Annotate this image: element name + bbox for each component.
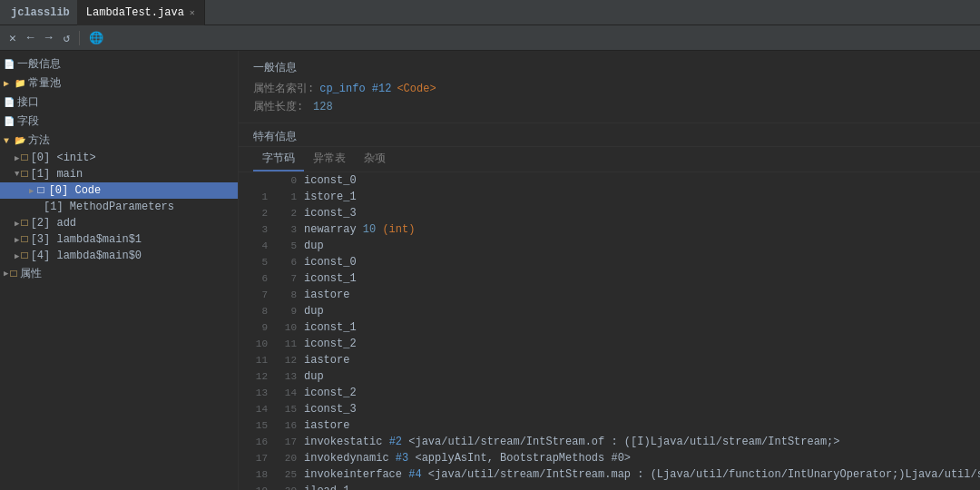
info-row-length: 属性长度: 128 (253, 99, 965, 114)
info-label-name: 属性名索引: (253, 81, 314, 96)
sidebar-item-code[interactable]: ▶ □ [0] Code (0, 182, 238, 199)
arrow-icon: ▼ (15, 170, 19, 179)
app-title: jclasslib (4, 6, 77, 19)
info-panel: 一般信息 属性名索引: cp_info #12 <Code> 属性长度: 128 (239, 51, 980, 123)
sidebar-label: [1] main (31, 168, 83, 181)
web-button[interactable]: 🌐 (85, 29, 107, 47)
code-line-7: 7 8 iastore (239, 287, 980, 303)
info-code-val: <Code> (397, 83, 436, 95)
sidebar-label: [0] Code (49, 184, 102, 197)
arrow-icon: ▶ (15, 153, 19, 163)
info-cplink[interactable]: cp_info #12 (319, 83, 391, 95)
tab-bytecode[interactable]: 字节码 (253, 147, 304, 172)
main-area: 📄 一般信息 ▶ 📁 常量池 📄 接口 📄 字段 ▼ 📂 方法 ▶ □ [0] … (0, 51, 980, 490)
arrow-icon: ▶ (4, 269, 8, 279)
sidebar-label: 属性 (20, 266, 42, 281)
info-label-length: 属性长度: (253, 99, 308, 114)
sidebar-label: [3] lambda$main$1 (31, 233, 142, 246)
leaf-icon: 📄 (4, 116, 15, 127)
sidebar-item-add[interactable]: ▶ □ [2] add (0, 215, 238, 231)
sidebar-label: [1] MethodParameters (44, 201, 174, 213)
folder-icon: □ (21, 250, 27, 262)
sidebar-item-general-info[interactable]: 📄 一般信息 (0, 54, 238, 74)
back-button[interactable]: ← (24, 29, 38, 46)
code-line-17: 17 20 invokedynamic #3 <applyAsInt, Boot… (239, 450, 980, 466)
info-length-val: 128 (313, 101, 333, 113)
arrow-icon: ▶ (29, 186, 34, 196)
code-line-5: 5 6 iconst_0 (239, 254, 980, 270)
code-line-13: 13 14 iconst_2 (239, 385, 980, 401)
sidebar-item-interface[interactable]: 📄 接口 (0, 93, 238, 112)
code-line-6: 6 7 iconst_1 (239, 270, 980, 287)
tab-label: LambdaTest.java (86, 6, 184, 19)
code-line-16: 16 17 invokestatic #2 <java/util/stream/… (239, 434, 980, 450)
sidebar-item-lambda1[interactable]: ▶ □ [3] lambda$main$1 (0, 231, 238, 248)
open-folder-icon: ▼ 📂 (4, 135, 25, 146)
code-line-0: 0 iconst_0 (239, 172, 980, 189)
code-line-3: 3 3 newarray 10 (int) (239, 221, 980, 238)
sidebar-item-lambda0[interactable]: ▶ □ [4] lambda$main$0 (0, 248, 238, 264)
folder-icon: □ (21, 152, 27, 164)
info-title: 一般信息 (253, 60, 965, 75)
sidebar-label: 方法 (28, 132, 50, 148)
sidebar-label: [4] lambda$main$0 (31, 250, 142, 262)
code-line-15: 15 16 iastore (239, 417, 980, 434)
folder-icon: □ (10, 268, 16, 280)
code-line-2: 2 2 iconst_3 (239, 205, 980, 221)
leaf-icon: 📄 (4, 59, 15, 70)
code-line-1: 1 1 istore_1 (239, 189, 980, 205)
sidebar-item-init[interactable]: ▶ □ [0] <init> (0, 150, 238, 166)
sidebar-label: 字段 (17, 113, 39, 129)
code-line-4: 4 5 dup (239, 238, 980, 254)
sidebar-label: 一般信息 (17, 56, 61, 72)
sidebar-item-method[interactable]: ▼ 📂 方法 (0, 131, 238, 150)
tab-close-icon[interactable]: ✕ (190, 7, 195, 18)
sidebar-item-constant-pool[interactable]: ▶ 📁 常量池 (0, 74, 238, 93)
sidebar-label: [0] <init> (31, 152, 96, 164)
code-icon: □ (35, 184, 45, 197)
folder-icon: ▶ 📁 (4, 78, 25, 89)
folder-icon: □ (21, 233, 27, 246)
leaf-icon: 📄 (4, 97, 15, 108)
sidebar: 📄 一般信息 ▶ 📁 常量池 📄 接口 📄 字段 ▼ 📂 方法 ▶ □ [0] … (0, 51, 239, 490)
code-line-9: 9 10 iconst_1 (239, 319, 980, 336)
folder-icon: □ (21, 168, 27, 181)
content-area: 一般信息 属性名索引: cp_info #12 <Code> 属性长度: 128… (239, 51, 980, 490)
arrow-icon: ▶ (15, 251, 19, 261)
bytecode-tabs: 字节码 异常表 杂项 (239, 147, 980, 172)
toolbar-separator (79, 31, 80, 45)
tab-bar: jclasslib LambdaTest.java ✕ (0, 0, 980, 25)
forward-button[interactable]: → (42, 29, 56, 46)
code-area[interactable]: 0 iconst_0 1 1 istore_1 2 2 iconst_3 3 3… (239, 172, 980, 490)
code-line-14: 14 15 iconst_3 (239, 401, 980, 417)
close-button[interactable]: ✕ (5, 29, 20, 47)
tab-exception-table[interactable]: 异常表 (304, 147, 355, 172)
special-info-title: 特有信息 (239, 123, 980, 147)
arrow-icon: ▶ (15, 219, 19, 229)
sidebar-label: [2] add (31, 217, 76, 230)
tab-misc[interactable]: 杂项 (355, 147, 395, 172)
folder-icon: □ (21, 217, 27, 230)
sidebar-item-field[interactable]: 📄 字段 (0, 112, 238, 131)
code-line-18: 18 25 invokeinterface #4 <java/util/stre… (239, 466, 980, 483)
sidebar-label: 常量池 (28, 75, 61, 91)
info-row-name-index: 属性名索引: cp_info #12 <Code> (253, 81, 965, 96)
code-line-10: 10 11 iconst_2 (239, 336, 980, 352)
code-line-11: 11 12 iastore (239, 352, 980, 368)
sidebar-item-attribute[interactable]: ▶ □ 属性 (0, 264, 238, 283)
toolbar: ✕ ← → ↺ 🌐 (0, 25, 980, 51)
refresh-button[interactable]: ↺ (59, 29, 74, 47)
code-line-8: 8 9 dup (239, 303, 980, 319)
code-line-12: 12 13 dup (239, 368, 980, 385)
sidebar-item-main[interactable]: ▼ □ [1] main (0, 166, 238, 182)
arrow-icon: ▶ (15, 235, 19, 245)
code-line-19: 19 30 iload_1 (239, 483, 980, 490)
tab-lambdatest[interactable]: LambdaTest.java ✕ (77, 0, 205, 25)
sidebar-label: 接口 (17, 94, 39, 110)
sidebar-item-method-params[interactable]: [1] MethodParameters (0, 199, 238, 215)
